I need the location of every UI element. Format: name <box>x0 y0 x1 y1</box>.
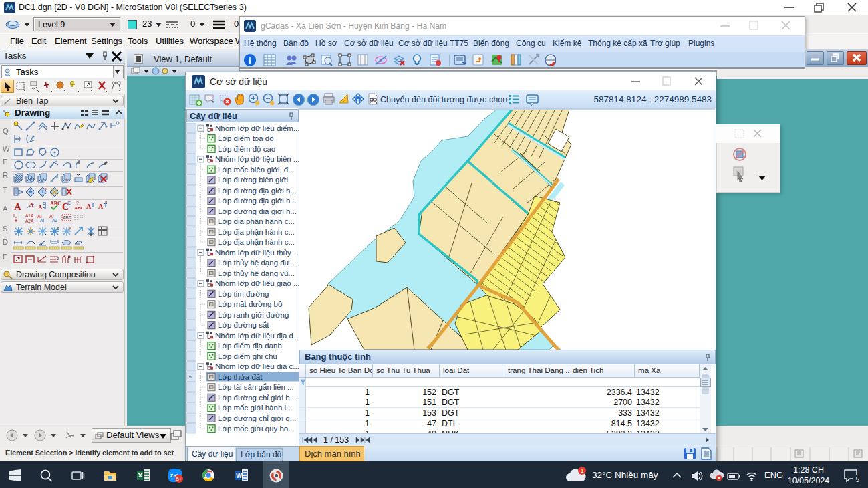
svg-text:I: I <box>13 213 15 218</box>
svg-text:Lớp mốc biên giới, đ...: Lớp mốc biên giới, đ... <box>218 166 295 174</box>
svg-text:T: T <box>3 186 7 194</box>
svg-text:Lớp địa phận hành c...: Lớp địa phận hành c... <box>218 228 295 236</box>
svg-text:Lớp đường chỉ giới h...: Lớp đường chỉ giới h... <box>218 394 296 402</box>
svg-text:5+: 5+ <box>176 476 182 482</box>
svg-text:1: 1 <box>65 176 69 182</box>
svg-text:D: D <box>3 238 8 246</box>
svg-text:Lớp địa phận hành c...: Lớp địa phận hành c... <box>218 238 295 246</box>
svg-text:A: A <box>86 203 92 210</box>
svg-text:Nhóm lớp dữ liệu giao ...: Nhóm lớp dữ liệu giao ... <box>215 279 299 287</box>
svg-text:Lớp đường sắt: Lớp đường sắt <box>218 321 269 329</box>
svg-text:A: A <box>29 201 34 208</box>
svg-text:?: ? <box>68 226 71 232</box>
svg-text:Lớp tim đường: Lớp tim đường <box>218 290 269 298</box>
svg-text:Lớp thủy hệ dạng vù...: Lớp thủy hệ dạng vù... <box>218 269 295 277</box>
svg-text:ABC: ABC <box>50 201 61 207</box>
svg-text:W: W <box>3 145 10 153</box>
svg-text:Lớp mốc giới hành l...: Lớp mốc giới hành l... <box>218 404 293 412</box>
svg-text:A1A: A1A <box>25 213 34 218</box>
svg-text:A: A <box>3 205 8 213</box>
svg-text:Lớp thủy hệ dạng đư...: Lớp thủy hệ dạng đư... <box>218 259 296 267</box>
svg-text:Lớp mốc giới quy ho...: Lớp mốc giới quy ho... <box>218 424 295 433</box>
svg-text:2: 2 <box>57 257 59 261</box>
svg-text:Lớp đường biên giới: Lớp đường biên giới <box>218 176 288 184</box>
svg-text:Nhóm lớp dữ liệu thủy ...: Nhóm lớp dữ liệu thủy ... <box>215 249 299 257</box>
svg-text:1: 1 <box>581 467 584 474</box>
svg-text:5: 5 <box>856 476 860 483</box>
svg-text:S: S <box>3 225 7 233</box>
svg-text:Lớp điểm độ cao: Lớp điểm độ cao <box>218 145 275 153</box>
svg-text:A: A <box>98 203 104 210</box>
svg-text:Lớp ranh giới đường: Lớp ranh giới đường <box>218 311 289 319</box>
svg-text:Lớp đường chỉ giới q...: Lớp đường chỉ giới q... <box>218 414 296 422</box>
svg-text:B: B <box>43 201 45 205</box>
svg-text:A: A <box>14 201 21 212</box>
svg-text:i: i <box>249 55 251 66</box>
svg-text:Lớp thửa đất: Lớp thửa đất <box>218 373 263 381</box>
svg-text:Nhóm lớp dữ liệu địa d...: Nhóm lớp dữ liệu địa d... <box>215 332 299 340</box>
svg-text:A2: A2 <box>52 218 57 223</box>
svg-text:Lớp điểm ghi chú: Lớp điểm ghi chú <box>218 352 277 360</box>
svg-text:Lớp tài sản gắn liền ...: Lớp tài sản gắn liền ... <box>218 383 294 391</box>
svg-text:F: F <box>3 253 7 261</box>
svg-text:Lớp đường địa giới h...: Lớp đường địa giới h... <box>218 197 297 205</box>
svg-text:Q: Q <box>3 127 9 135</box>
svg-text:Lớp đường địa giới h...: Lớp đường địa giới h... <box>218 207 297 215</box>
svg-text:?: ? <box>76 201 79 205</box>
svg-text:Nhóm lớp dữ liệu biên ...: Nhóm lớp dữ liệu biên ... <box>215 155 299 163</box>
svg-text:Lớp đường địa giới h...: Lớp đường địa giới h... <box>218 187 297 195</box>
svg-text:A2A: A2A <box>25 219 34 223</box>
svg-text:A: A <box>38 204 43 211</box>
svg-text:C: C <box>67 201 71 205</box>
svg-text:Nhóm lớp dữ liệu địa c...: Nhóm lớp dữ liệu địa c... <box>215 362 299 370</box>
svg-text:»: » <box>188 374 192 380</box>
svg-text:ABC: ABC <box>74 205 84 211</box>
svg-text:Lớp địa phận hành c...: Lớp địa phận hành c... <box>218 217 295 225</box>
svg-text:R: R <box>3 171 8 179</box>
svg-text:Lớp điểm tọa độ: Lớp điểm tọa độ <box>218 134 274 142</box>
svg-text:Lớp mặt đường bộ: Lớp mặt đường bộ <box>218 300 282 308</box>
svg-text:Lớp điểm địa danh: Lớp điểm địa danh <box>218 342 282 350</box>
svg-text:E: E <box>3 158 7 166</box>
svg-text:AI: AI <box>40 218 44 223</box>
svg-text:o: o <box>57 226 59 231</box>
svg-text:?: ? <box>44 187 47 192</box>
svg-text:Nhóm lớp dữ liệu điểm...: Nhóm lớp dữ liệu điểm... <box>215 124 299 132</box>
svg-text:ABC: ABC <box>63 215 72 220</box>
svg-text:W: W <box>236 472 243 479</box>
